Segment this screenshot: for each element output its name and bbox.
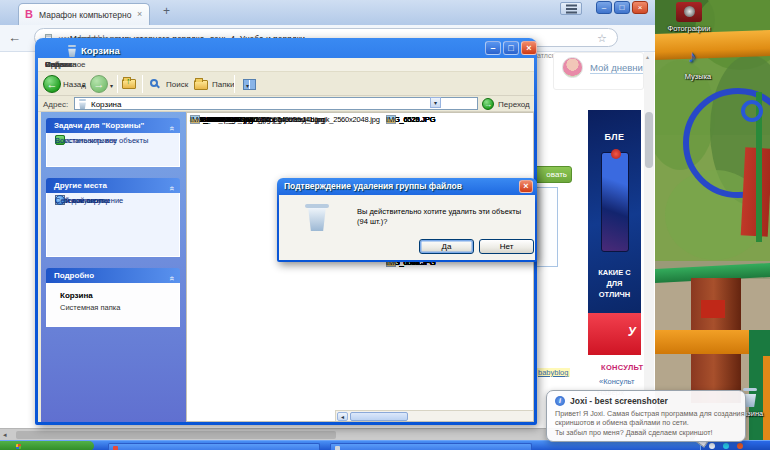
address-value: Корзина (91, 100, 121, 109)
tasks-panel-header[interactable]: Задачи для "Корзины"« (46, 118, 180, 133)
bin-body (67, 47, 77, 57)
places-panel-header[interactable]: Другие места« (46, 178, 180, 193)
recycle-bin-icon (78, 99, 87, 109)
browser-minimize-button[interactable]: – (596, 1, 612, 14)
joxi-notification[interactable]: i Joxi - best screenshoter Привет! Я Jox… (546, 390, 746, 442)
up-arrow-icon: ↑ (126, 76, 131, 86)
browser-back-icon[interactable]: ← (8, 30, 21, 45)
tasks-panel-body: Очистить корзинуВосстановить все объекты (46, 133, 180, 167)
camera-lens-icon (684, 6, 695, 17)
place-item[interactable]: Сетевое окружение (47, 193, 55, 208)
tray-icon[interactable] (723, 443, 729, 449)
page-scrollbar-thumb[interactable] (645, 112, 653, 168)
ad-banner[interactable]: БЛЕ КАКИЕ С ДЛЯ ОТЛИЧН У (588, 110, 641, 355)
tab-title: Марафон компьютерно (39, 10, 134, 20)
bin-body (306, 208, 328, 231)
no-button[interactable]: Нет (479, 239, 534, 254)
back-dropdown-icon[interactable]: ▾ (82, 82, 85, 89)
up-folder-button[interactable]: ↑ (122, 79, 136, 89)
playground-beam (655, 30, 770, 60)
explorer-close-button[interactable]: × (521, 41, 537, 55)
dialog-close-button[interactable]: × (519, 180, 533, 193)
tab-close-icon[interactable]: × (137, 9, 142, 19)
details-panel-title: Подробно (54, 268, 94, 283)
recycle-bin-lid (743, 388, 757, 391)
hscroll-left-button[interactable]: ◂ (337, 412, 348, 421)
file-list-hscrollbar[interactable]: ◂ ▸ (335, 410, 534, 422)
desktop-icon-photos[interactable] (676, 2, 702, 22)
hscroll-thumb[interactable] (350, 412, 408, 421)
ad-cta-button[interactable]: У (588, 313, 641, 355)
taskbar-button-browser[interactable] (108, 443, 320, 450)
file-name: IMG_6526.JPG (386, 115, 435, 124)
playground-wheel (741, 100, 763, 122)
tray-icon[interactable] (737, 443, 743, 449)
forward-dropdown-icon[interactable]: ▾ (110, 82, 113, 89)
task-label: Восстановить все объекты (55, 136, 148, 145)
desktop-icon-music-label[interactable]: Музыка (676, 72, 720, 81)
bin-lid (79, 99, 86, 101)
folders-label[interactable]: Папки (212, 80, 235, 89)
details-folder-type: Системная папка (60, 303, 120, 312)
joxi-text-line: скриншотов и обмена файлами по сети. (555, 418, 689, 427)
explorer-title: Корзина (81, 45, 120, 56)
explorer-minimize-button[interactable]: – (485, 41, 501, 55)
babyblog-link[interactable]: babyblog (536, 368, 570, 377)
dialog-message: Вы действительно хотите удалить эти объе… (357, 207, 529, 226)
tray-icon[interactable] (709, 443, 715, 449)
desktop-icon-music[interactable]: ♪ (688, 47, 697, 67)
avatar (562, 57, 583, 78)
browser-tab[interactable]: B Марафон компьютерно × (18, 3, 150, 25)
recycle-bin-icon (67, 45, 77, 57)
screen: B Марафон компьютерно × + – □ × ← www.ba… (0, 0, 770, 450)
file-name: IMG_6511.JPG (190, 115, 239, 124)
address-input[interactable]: Корзина (74, 97, 478, 110)
task-icon (335, 446, 340, 450)
folders-icon[interactable] (194, 80, 208, 90)
yes-button[interactable]: Да (419, 239, 474, 254)
babyblog-favicon-icon: B (25, 8, 33, 20)
consult-heading: КОНСУЛЬТ (601, 363, 643, 372)
details-panel-header[interactable]: Подробно« (46, 268, 180, 283)
back-button[interactable]: ← (43, 75, 61, 93)
menu-item[interactable]: Справка (38, 58, 83, 69)
start-button[interactable] (0, 441, 94, 450)
desktop-icon-photos-label[interactable]: Фотографии (658, 24, 720, 33)
scroll-up-icon[interactable]: ▴ (646, 53, 649, 60)
bookmark-star-icon[interactable]: ☆ (597, 32, 607, 45)
browser-maximize-button[interactable]: □ (614, 1, 630, 14)
explorer-maximize-button[interactable]: □ (503, 41, 519, 55)
diary-link[interactable]: Мой дневни (590, 62, 643, 74)
taskbar-button-explorer[interactable] (330, 443, 532, 450)
collapse-chevron-icon[interactable]: « (164, 276, 179, 281)
details-panel-body: Корзина Системная папка (46, 283, 180, 327)
ad-cta-label: У (628, 325, 636, 339)
go-button[interactable]: → (482, 98, 494, 110)
search-label[interactable]: Поиск (166, 80, 188, 89)
task-icon (113, 446, 118, 450)
ad-product-image (601, 152, 629, 252)
toolbar-separator (234, 75, 235, 93)
joxi-title: Joxi - best screenshoter (570, 396, 668, 406)
collapse-chevron-icon[interactable]: « (164, 186, 179, 191)
collapse-chevron-icon[interactable]: « (164, 126, 179, 131)
toolbar-separator (142, 75, 143, 93)
task-item[interactable]: Восстановить все объекты (47, 133, 55, 148)
hscroll-left-icon[interactable]: ◂ (3, 431, 7, 439)
browser-menu-button[interactable] (560, 2, 582, 15)
browser-hscrollbar-thumb[interactable] (16, 431, 336, 439)
views-icon[interactable] (243, 79, 256, 90)
browser-close-button[interactable]: × (632, 1, 648, 14)
places-panel-title: Другие места (54, 178, 107, 193)
go-label[interactable]: Переход (498, 100, 530, 109)
tasks-panel-title: Задачи для "Корзины" (54, 118, 144, 133)
page-scrollbar[interactable] (644, 52, 654, 428)
address-dropdown-button[interactable]: ▾ (430, 97, 441, 108)
forward-button[interactable]: → (90, 75, 108, 93)
new-tab-button[interactable]: + (158, 4, 175, 20)
places-panel-body: Рабочий столМои документыМой компьютерСе… (46, 193, 180, 257)
consult-link[interactable]: «Консульт (599, 377, 634, 386)
views-dropdown-icon[interactable]: ▾ (246, 82, 249, 89)
search-icon[interactable] (150, 79, 158, 87)
dialog-body: Вы действительно хотите удалить эти объе… (279, 195, 535, 260)
